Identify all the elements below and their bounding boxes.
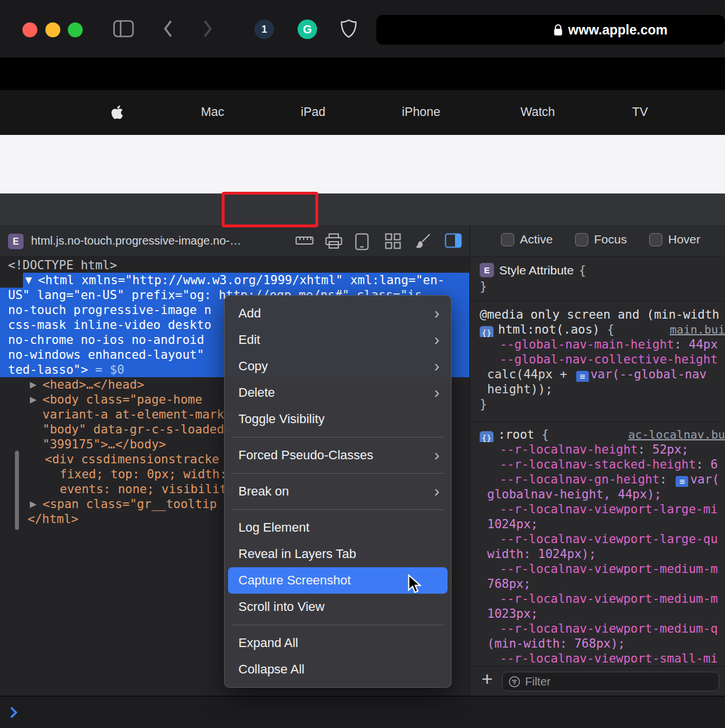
element-badge: E [480, 263, 494, 277]
css-line: --r-localnav-stacked-height: 6 [470, 457, 725, 472]
back-button[interactable] [162, 19, 173, 38]
rulers-toggle[interactable] [295, 233, 314, 248]
submenu-arrow-icon: › [434, 305, 439, 322]
nav-item-iphone[interactable]: iPhone [402, 105, 441, 119]
submenu-arrow-icon: › [434, 358, 439, 374]
pseudo-toggle-active[interactable]: Active [501, 233, 553, 246]
disclosure-triangle[interactable]: ▶ [30, 392, 37, 407]
disclosure-triangle[interactable]: ▶ [30, 377, 37, 392]
tab-bar: Apple [0, 57, 725, 90]
grid-overlay-toggle[interactable] [385, 233, 401, 249]
grammarly-extension-button[interactable]: G [298, 20, 317, 39]
css-variable-icon: ≡ [576, 371, 589, 382]
css-line: --r-localnav-viewport-medium-m [470, 591, 725, 606]
filter-field[interactable] [502, 672, 719, 691]
css-line: --r-localnav-viewport-medium-m [470, 562, 725, 576]
css-line: {}html:not(.aos) {main.bui [470, 322, 725, 337]
css-line: --r-localnav-gn-height: ≡var( [470, 472, 725, 487]
css-line: --r-localnav-height: 52px; [470, 442, 725, 457]
menu-item-reveal-in-layers-tab[interactable]: Reveal in Layers Tab [225, 541, 451, 567]
minimize-window-button[interactable] [45, 22, 60, 37]
open-brace: { [579, 264, 587, 277]
context-menu: Add›Edit›Copy›Delete›Toggle VisibilityFo… [224, 295, 452, 688]
filter-icon [508, 676, 520, 688]
menu-item-forced-pseudo-classes[interactable]: Forced Pseudo-Classes› [225, 442, 451, 468]
menu-item-break-on[interactable]: Break on› [225, 478, 451, 505]
close-window-button[interactable] [22, 22, 37, 37]
css-variable-icon: ≡ [676, 476, 688, 487]
disclosure-triangle[interactable]: ▼ [25, 273, 32, 288]
menu-item-capture-screenshot[interactable]: Capture Screenshot [228, 567, 448, 594]
inspector-navigation-bar: E html.js.no-touch.progressive-image.no-… [0, 226, 725, 257]
css-line: --r-localnav-viewport-large-qu [470, 532, 725, 547]
zoom-window-button[interactable] [68, 22, 83, 37]
breadcrumb[interactable]: html.js.no-touch.progressive-image.no-… [31, 234, 241, 247]
styles-sidebar: E Style Attribute { } @media only screen… [470, 257, 725, 666]
rule-icon: {} [480, 326, 493, 337]
apple-logo-icon[interactable] [111, 104, 124, 120]
promo-bar: Shop online and get Specialist help, fre… [0, 135, 725, 193]
menu-item-log-element[interactable]: Log Element [225, 514, 451, 541]
css-line: 1024px; [470, 517, 725, 532]
menu-separator [232, 473, 444, 474]
checkbox-active[interactable] [501, 233, 514, 246]
filter-input[interactable] [525, 675, 697, 688]
dom-tree-row[interactable]: <!DOCTYPE html> [0, 258, 469, 273]
styles-filter-bar: + [470, 666, 725, 696]
css-line: width: 1024px); [470, 547, 725, 562]
css-line: --r-localnav-viewport-large-mi [470, 502, 725, 517]
checkbox-hover[interactable] [649, 233, 662, 246]
menu-item-toggle-visibility[interactable]: Toggle Visibility [225, 406, 451, 432]
stylesheet-link[interactable]: ac-localnav.bu [623, 427, 725, 442]
close-brace: } [480, 280, 487, 293]
menu-item-delete[interactable]: Delete› [225, 380, 451, 406]
style-attribute-title: Style Attribute [499, 264, 574, 277]
css-line: (min-width: 768px); [470, 636, 725, 651]
css-line: height)); [470, 382, 725, 397]
nav-item-mac[interactable]: Mac [201, 105, 225, 119]
menu-item-edit[interactable]: Edit› [225, 327, 451, 353]
device-settings-button[interactable] [355, 233, 369, 250]
css-line: @media only screen and (min-width [470, 307, 725, 322]
submenu-arrow-icon: › [434, 483, 439, 499]
sidebar-toggle-icon[interactable] [113, 20, 134, 37]
pseudo-toggle-hover[interactable]: Hover [649, 233, 700, 246]
css-line: 768px; [470, 576, 725, 591]
styles-section-header: E Style Attribute { } [470, 257, 725, 301]
stylesheet-link[interactable]: main.bui [665, 322, 725, 337]
forward-button [202, 19, 214, 38]
address-bar[interactable]: www.apple.com [376, 15, 725, 45]
menu-item-copy[interactable]: Copy› [225, 353, 451, 380]
nav-item-ipad[interactable]: iPad [300, 105, 325, 119]
dom-tree-row[interactable]: ▼<html xmlns="http://www.w3.org/1999/xht… [0, 273, 469, 288]
new-rule-button[interactable]: + [481, 668, 493, 690]
submenu-arrow-icon: › [434, 447, 439, 463]
pseudo-toggle-focus[interactable]: Focus [575, 233, 627, 246]
css-line: } [470, 397, 725, 412]
css-line: 1023px; [470, 606, 725, 621]
shield-icon[interactable] [340, 19, 357, 38]
nav-item-tv[interactable]: TV [632, 105, 647, 119]
print-styles-toggle[interactable] [325, 233, 342, 249]
extension-one-button[interactable]: 1 [254, 20, 274, 39]
menu-item-expand-all[interactable]: Expand All [225, 630, 451, 656]
scrollbar-thumb[interactable] [15, 451, 19, 530]
menu-item-scroll-into-view[interactable]: Scroll into View [225, 594, 451, 620]
panel-divider[interactable] [469, 226, 470, 696]
menu-item-collapse-all[interactable]: Collapse All [225, 656, 451, 683]
lock-icon [553, 24, 563, 37]
menu-item-add[interactable]: Add› [225, 300, 451, 327]
paint-flashing-toggle[interactable] [415, 233, 431, 249]
disclosure-triangle[interactable]: ▶ [30, 497, 37, 512]
submenu-arrow-icon: › [434, 332, 439, 348]
checkbox-focus[interactable] [575, 233, 588, 246]
inspector-toolbar: ElementsConsoleSourcesNetworkTimelines [0, 193, 725, 226]
details-sidebar-toggle[interactable] [445, 233, 462, 248]
css-line: --global-nav-main-height: 44px [470, 337, 725, 352]
menu-separator [232, 509, 444, 510]
quick-console[interactable] [0, 696, 725, 728]
css-line: globalnav-height, 44px); [470, 487, 725, 502]
nav-item-watch[interactable]: Watch [520, 105, 555, 119]
css-line: --r-localnav-viewport-medium-q [470, 621, 725, 636]
css-line: {}:root {ac-localnav.bu [470, 427, 725, 442]
